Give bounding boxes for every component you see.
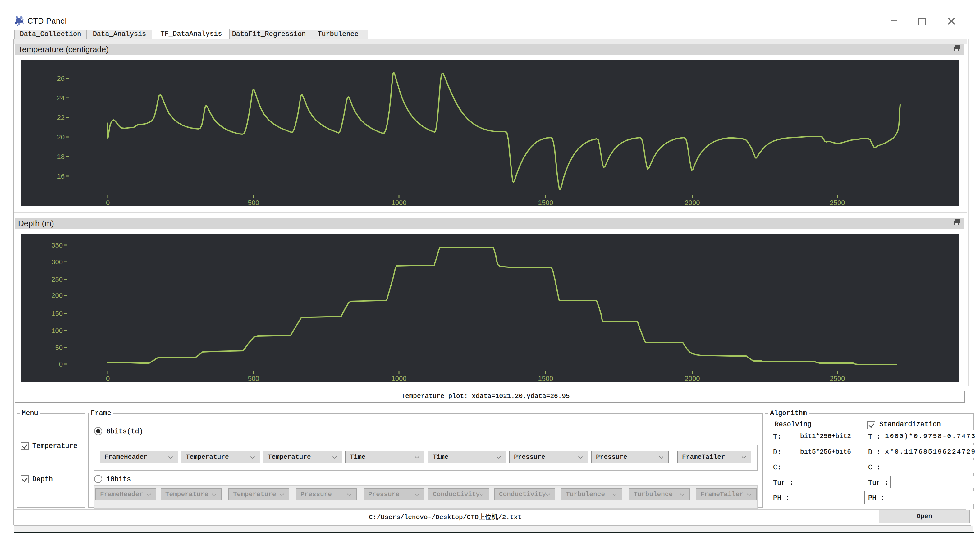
svg-text:0: 0 (106, 375, 110, 382)
svg-text:2500: 2500 (830, 375, 845, 382)
svg-text:50: 50 (55, 344, 63, 351)
svg-text:18: 18 (57, 153, 65, 161)
svg-text:0: 0 (59, 360, 63, 368)
svg-text:1500: 1500 (538, 199, 554, 206)
svg-text:16: 16 (57, 172, 65, 180)
svg-text:300: 300 (51, 258, 63, 266)
svg-text:350: 350 (51, 241, 63, 249)
svg-text:22: 22 (57, 114, 65, 121)
svg-text:100: 100 (51, 327, 63, 334)
svg-text:2500: 2500 (830, 199, 845, 206)
svg-text:20: 20 (57, 133, 65, 141)
svg-text:1000: 1000 (391, 199, 407, 206)
svg-text:2000: 2000 (685, 375, 700, 382)
svg-text:150: 150 (51, 310, 63, 318)
svg-text:500: 500 (248, 199, 259, 206)
svg-text:2000: 2000 (685, 199, 700, 206)
svg-text:250: 250 (51, 275, 63, 283)
svg-text:1000: 1000 (391, 375, 407, 382)
svg-text:26: 26 (57, 75, 65, 82)
svg-text:1500: 1500 (538, 375, 554, 382)
svg-text:0: 0 (106, 199, 110, 206)
svg-text:500: 500 (248, 375, 259, 382)
svg-text:200: 200 (51, 292, 63, 299)
svg-text:24: 24 (57, 94, 65, 102)
